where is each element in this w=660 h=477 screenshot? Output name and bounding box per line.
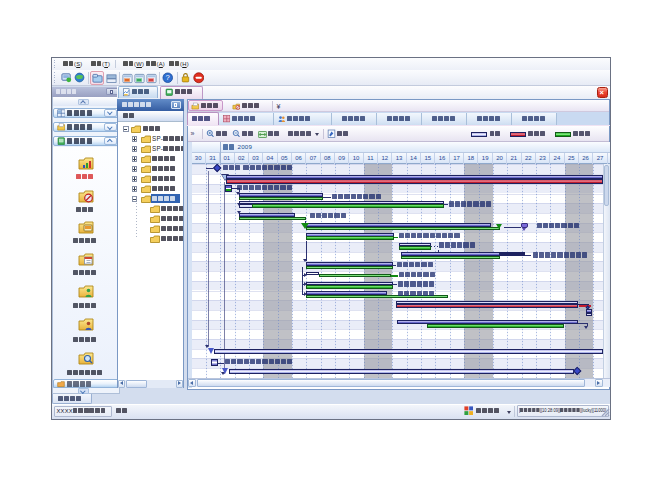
svg-text:?: ? (165, 73, 169, 82)
